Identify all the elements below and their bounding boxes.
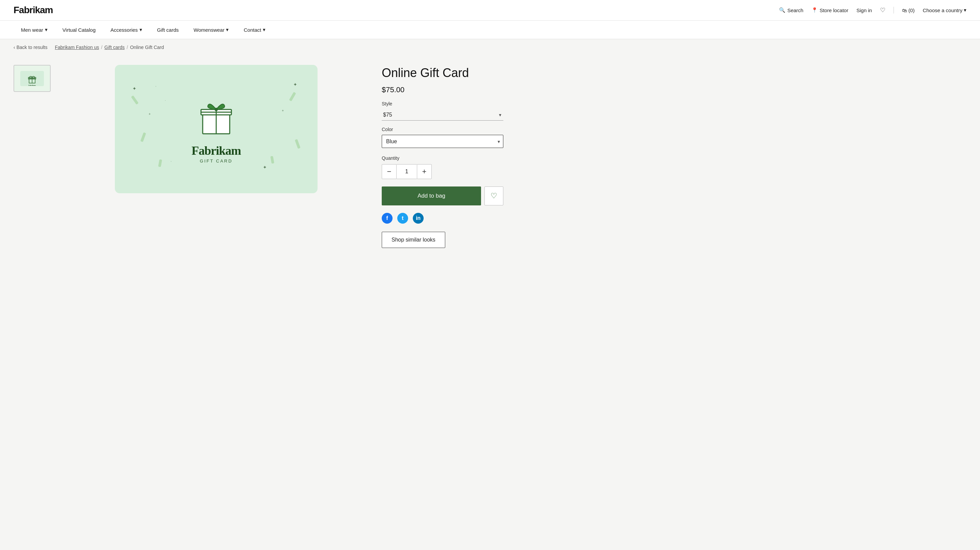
breadcrumb-current: Online Gift Card — [130, 45, 164, 50]
color-select-wrapper: Blue Green Red Purple ▾ — [382, 135, 503, 148]
search-button[interactable]: 🔍 Search — [779, 7, 803, 13]
chevron-down-icon: ▾ — [263, 27, 266, 33]
nav-item-virtualcatalog[interactable]: Virtual Catalog — [55, 21, 103, 39]
product-title: Online Gift Card — [382, 65, 503, 80]
heart-outline-icon: ♡ — [490, 192, 497, 200]
breadcrumb: ‹ Back to results Fabrikam Fashion us / … — [0, 39, 980, 56]
breadcrumb-giftcards[interactable]: Gift cards — [104, 45, 125, 50]
sparkle-3: · — [155, 84, 156, 88]
chevron-down-icon: ▾ — [45, 27, 48, 33]
quantity-decrement-button[interactable]: − — [382, 164, 396, 179]
style-label: Style — [382, 101, 503, 107]
header: Fabrikam 🔍 Search 📍 Store locator Sign i… — [0, 0, 980, 21]
bag-icon: 🛍 — [902, 8, 907, 13]
confetti-5 — [158, 159, 162, 167]
shop-similar-button[interactable]: Shop similar looks — [382, 232, 445, 248]
search-icon: 🔍 — [779, 7, 786, 13]
bag-count: (0) — [908, 8, 915, 13]
social-share-row: f t in — [382, 213, 503, 224]
wishlist-button[interactable]: ♡ — [880, 6, 885, 14]
store-locator-label: Store locator — [819, 8, 848, 13]
bag-button[interactable]: 🛍 (0) — [902, 8, 915, 13]
sparkle-8: · — [170, 159, 172, 163]
breadcrumb-home[interactable]: Fabrikam Fashion us — [55, 45, 99, 50]
twitter-share-button[interactable]: t — [397, 213, 408, 224]
confetti-1 — [131, 95, 139, 105]
svg-point-11 — [215, 108, 218, 111]
quantity-value: 1 — [396, 164, 417, 179]
add-to-bag-button[interactable]: Add to bag — [382, 186, 481, 205]
quantity-control: − 1 + — [382, 164, 503, 179]
product-thumbnails: Fabrikam — [14, 62, 51, 261]
vertical-divider — [894, 7, 894, 14]
chevron-down-icon: ▾ — [964, 7, 966, 13]
choose-country-label: Choose a country — [923, 8, 963, 13]
product-area: Fabrikam ✦ + · ✦ + · ✦ · — [0, 56, 980, 275]
nav-item-accessories[interactable]: Accessories ▾ — [103, 21, 150, 39]
color-select[interactable]: Blue Green Red Purple — [382, 135, 503, 148]
linkedin-share-button[interactable]: in — [413, 213, 424, 224]
style-select-wrapper: $25 $50 $75 $100 $150 $200 ▾ — [382, 109, 503, 121]
chevron-down-icon: ▾ — [140, 27, 142, 33]
thumbnail-1[interactable]: Fabrikam — [14, 65, 51, 92]
confetti-3 — [289, 92, 296, 101]
nav-item-giftcards[interactable]: Gift cards — [150, 21, 186, 39]
sparkle-5: + — [282, 109, 284, 113]
add-to-wishlist-button[interactable]: ♡ — [484, 186, 503, 205]
sparkle-4: ✦ — [293, 82, 297, 87]
product-price: $75.00 — [382, 86, 503, 94]
location-icon: 📍 — [811, 7, 818, 13]
product-details: Online Gift Card $75.00 Style $25 $50 $7… — [382, 62, 503, 261]
confetti-2 — [140, 132, 146, 142]
back-to-results-link[interactable]: ‹ Back to results — [14, 45, 48, 50]
facebook-share-button[interactable]: f — [382, 213, 393, 224]
gift-card-brand: Fabrikam — [191, 143, 241, 158]
gift-card-subtitle: GIFT CARD — [200, 159, 233, 164]
sparkle-6: · — [165, 99, 166, 102]
breadcrumb-separator: / — [101, 45, 102, 50]
add-to-bag-row: Add to bag ♡ — [382, 186, 503, 205]
confetti-4 — [294, 139, 300, 149]
nav-item-womenswear[interactable]: Womenswear ▾ — [186, 21, 236, 39]
search-label: Search — [788, 8, 803, 13]
thumbnail-image: Fabrikam — [20, 71, 44, 86]
color-label: Color — [382, 127, 503, 132]
sparkle-7: ✦ — [263, 165, 267, 170]
breadcrumb-separator: / — [127, 45, 128, 50]
product-image-wrapper: ✦ + · ✦ + · ✦ · — [64, 62, 368, 261]
sparkle-1: ✦ — [132, 86, 137, 91]
store-locator-button[interactable]: 📍 Store locator — [811, 7, 848, 13]
confetti-6 — [270, 156, 274, 164]
quantity-label: Quantity — [382, 156, 503, 161]
gift-card-image: ✦ + · ✦ + · ✦ · — [115, 65, 318, 193]
sign-in-label: Sign in — [856, 8, 872, 13]
logo: Fabrikam — [14, 5, 53, 16]
heart-icon: ♡ — [880, 7, 885, 14]
nav-item-contact[interactable]: Contact ▾ — [236, 21, 273, 39]
header-right: 🔍 Search 📍 Store locator Sign in ♡ 🛍 (0)… — [779, 6, 966, 14]
chevron-down-icon: ▾ — [226, 27, 229, 33]
chevron-left-icon: ‹ — [14, 45, 15, 50]
sign-in-button[interactable]: Sign in — [856, 8, 872, 13]
quantity-increment-button[interactable]: + — [417, 164, 432, 179]
main-nav: Men wear ▾ Virtual Catalog Accessories ▾… — [0, 21, 980, 39]
gift-box-svg — [196, 95, 237, 139]
choose-country-button[interactable]: Choose a country ▾ — [923, 7, 966, 13]
svg-text:Fabrikam: Fabrikam — [29, 84, 36, 86]
sparkle-2: + — [149, 112, 151, 116]
style-select[interactable]: $25 $50 $75 $100 $150 $200 — [382, 109, 503, 121]
nav-item-menwear[interactable]: Men wear ▾ — [14, 21, 55, 39]
